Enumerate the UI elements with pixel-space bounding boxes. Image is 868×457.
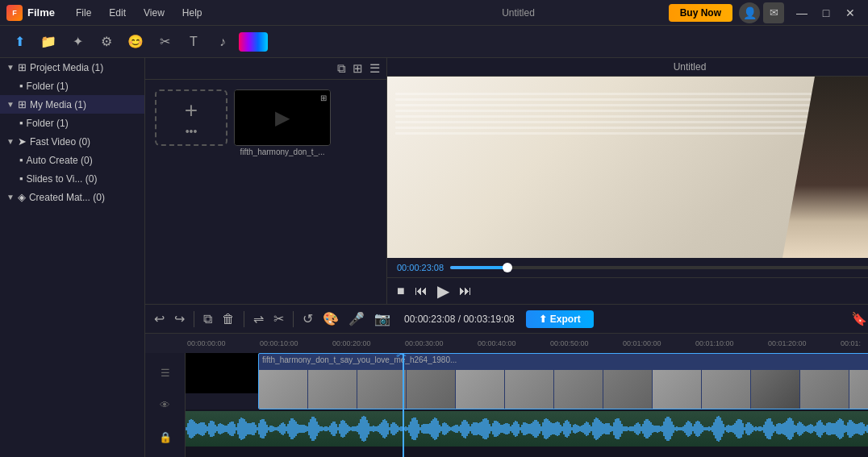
list-view-icon[interactable]: ☰ xyxy=(369,61,380,76)
thumb-mini-13 xyxy=(849,370,868,409)
toggle-icon-3: ▼ xyxy=(6,137,15,146)
grid-icon: ⊞ xyxy=(18,61,27,73)
progress-track[interactable] xyxy=(450,266,868,269)
audio-waveform: // Generate waveform bars inline const b… xyxy=(186,411,868,447)
thumb-mini-11 xyxy=(751,370,799,409)
next-frame-button[interactable]: ⏭ xyxy=(459,284,472,298)
mail-button[interactable]: ✉ xyxy=(763,2,784,23)
emoji-icon[interactable]: 😊 xyxy=(123,29,148,55)
progress-thumb[interactable] xyxy=(503,263,512,272)
audio-icon[interactable]: ♪ xyxy=(210,29,236,55)
menu-bar: File Edit View Help xyxy=(68,5,368,21)
split-button[interactable]: ⇌ xyxy=(251,309,266,329)
export-button[interactable]: ⬆ Export xyxy=(526,310,594,328)
preview-title: Untitled xyxy=(387,58,868,77)
video-content xyxy=(387,77,868,258)
bar-6 xyxy=(395,121,868,123)
folder-item-1[interactable]: ▪ Folder (1) xyxy=(0,77,144,95)
stop-button[interactable]: ■ xyxy=(397,284,405,298)
window-title: Untitled xyxy=(368,7,668,19)
scissors-icon: ✂ xyxy=(396,353,407,362)
video-clip[interactable]: fifth_harmony_don_t_say_you_love_me_h264… xyxy=(258,353,868,409)
speed-button[interactable]: ↺ xyxy=(300,309,315,329)
thumb-mini-1 xyxy=(259,370,307,409)
lock-icon[interactable]: 🔒 xyxy=(159,431,172,443)
settings-icon[interactable]: ⚙ xyxy=(94,29,119,55)
folder-small-icon: ▪ xyxy=(19,80,23,92)
window-controls: — □ ✕ xyxy=(791,4,862,22)
bar-8 xyxy=(395,132,868,135)
thumb-mini-4 xyxy=(407,370,455,409)
thumb-mini-12 xyxy=(800,370,849,409)
cut-icon[interactable]: ✂ xyxy=(152,29,177,55)
bookmark-icon[interactable]: 🔖 xyxy=(849,309,868,329)
timeline-gutter: ☰ 👁 🔒 xyxy=(145,353,186,457)
more-icon: ••• xyxy=(186,125,198,138)
ruler-mark-4: 00:00:40:00 xyxy=(476,339,549,347)
camera-button[interactable]: 📷 xyxy=(372,309,393,329)
layers-icon[interactable]: ⧉ xyxy=(337,61,346,76)
minimize-button[interactable]: — xyxy=(791,4,813,22)
export-arrow-icon: ⬆ xyxy=(539,314,547,325)
created-mat-label: Created Mat... (0) xyxy=(29,192,105,203)
media-toolbar: ⧉ ⊞ ☰ xyxy=(145,58,386,80)
created-mat-item[interactable]: ▼ ◈ Created Mat... (0) xyxy=(0,188,144,206)
mic-button[interactable]: 🎤 xyxy=(346,309,367,329)
thumb-mini-2 xyxy=(308,370,357,409)
project-media-label: Project Media (1) xyxy=(30,62,103,73)
redo-button[interactable]: ↪ xyxy=(172,309,187,329)
effects-icon[interactable]: ✦ xyxy=(65,29,90,55)
folder-1-label: Folder (1) xyxy=(27,81,69,92)
eye-icon[interactable]: 👁 xyxy=(160,399,170,411)
import-media-icon[interactable]: ⬆ xyxy=(6,29,32,55)
undo-button[interactable]: ↩ xyxy=(152,309,167,329)
preview-progress-bar: 00:00:23:08 00:03:19:08 xyxy=(387,258,868,277)
ruler-mark-8: 00:01:20:00 xyxy=(766,339,839,347)
bar-1 xyxy=(395,93,868,95)
color-button[interactable]: 🎨 xyxy=(320,309,341,329)
trim-button[interactable]: ✂ xyxy=(271,309,286,329)
timeline-right-controls: 🔖 🔁 ⇄ − + xyxy=(849,309,868,329)
ruler-mark-9: 00:01: xyxy=(839,339,868,347)
gradient-button[interactable] xyxy=(239,32,268,52)
ruler-mark-2: 00:00:20:00 xyxy=(331,339,403,347)
close-button[interactable]: ✕ xyxy=(839,4,862,22)
playhead[interactable]: ✂ xyxy=(403,353,404,457)
delete-button[interactable]: 🗑 xyxy=(219,310,237,329)
media-thumbnail[interactable]: ▶ ⊞ xyxy=(234,89,331,146)
video-track: fifth_harmony_don_t_say_you_love_me_h264… xyxy=(186,353,868,409)
main-toolbar: ⬆ 📁 ✦ ⚙ 😊 ✂ T ♪ xyxy=(0,26,868,58)
thumb-mini-3 xyxy=(357,370,406,409)
user-button[interactable]: 👤 xyxy=(739,2,760,23)
project-media-item[interactable]: ▼ ⊞ Project Media (1) xyxy=(0,58,144,77)
hamburger-icon[interactable]: ☰ xyxy=(161,367,170,379)
auto-create-item[interactable]: ▪ Auto Create (0) xyxy=(0,151,144,169)
slides-item[interactable]: ▪ Slides to Vi... (0) xyxy=(0,169,144,188)
bar-5 xyxy=(395,115,868,118)
copy-button[interactable]: ⧉ xyxy=(201,310,215,329)
my-media-item[interactable]: ▼ ⊞ My Media (1) xyxy=(0,95,144,114)
app-logo-icon: F xyxy=(6,5,23,21)
thumb-grid-icon: ⊞ xyxy=(320,93,327,102)
ruler-mark-1: 00:00:10:00 xyxy=(258,339,331,347)
text-icon[interactable]: T xyxy=(181,29,207,55)
thumb-row xyxy=(259,370,868,409)
timeline-content: ☰ 👁 🔒 ✂ fifth_harmony_don_t_say_you_love… xyxy=(145,353,868,457)
progress-fill xyxy=(450,266,507,269)
grid-view-icon[interactable]: ⊞ xyxy=(353,61,363,76)
folder-item-2[interactable]: ▪ Folder (1) xyxy=(0,114,144,132)
left-panel: ▼ ⊞ Project Media (1) ▪ Folder (1) ▼ ⊞ M… xyxy=(0,58,145,457)
menu-view[interactable]: View xyxy=(136,5,173,21)
app-name: Filme xyxy=(27,6,55,19)
menu-help[interactable]: Help xyxy=(174,5,211,21)
maximize-button[interactable]: □ xyxy=(815,4,837,22)
add-media-button[interactable]: + ••• xyxy=(155,89,227,146)
play-button[interactable]: ▶ xyxy=(437,281,449,301)
prev-frame-button[interactable]: ⏮ xyxy=(415,284,428,298)
menu-file[interactable]: File xyxy=(68,5,99,21)
menu-edit[interactable]: Edit xyxy=(101,5,134,21)
folder-icon[interactable]: 📁 xyxy=(35,29,61,55)
fast-video-item[interactable]: ▼ ➤ Fast Video (0) xyxy=(0,132,144,151)
buy-now-button[interactable]: Buy Now xyxy=(669,4,732,22)
page-icon: ▪ xyxy=(19,154,23,166)
